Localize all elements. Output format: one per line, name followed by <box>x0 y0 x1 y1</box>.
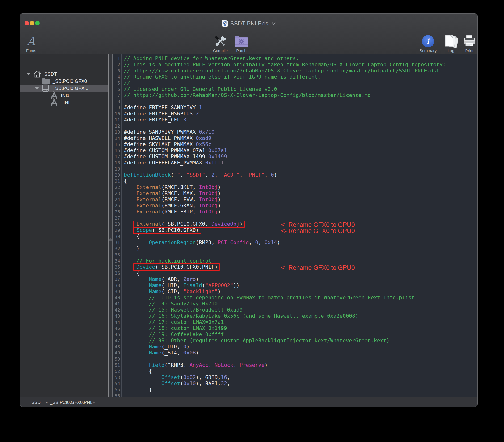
tree-row--ini[interactable]: _INI <box>20 99 108 106</box>
highlight-box <box>133 264 220 270</box>
code-line: DefinitionBlock("", "SSDT", 2, "ACDT", "… <box>124 172 277 178</box>
code-line: #define FBTYPE_HSWPLUS 2 <box>124 111 199 117</box>
highlight-box <box>133 227 201 234</box>
code-line: // 19: CoffeeLake 0xffff <box>124 331 224 337</box>
code-line: // 15: Haswell/Broadwell 0xad9 <box>124 307 243 313</box>
document-icon <box>222 19 228 28</box>
tree-row-ssdt[interactable]: SSDT <box>20 71 108 78</box>
code-line: { <box>124 233 140 239</box>
code-line: #define FBTYPE_CFL 3 <box>124 117 186 123</box>
code-line: } <box>124 387 152 393</box>
rename-annotation: <- Rename GFX0 to GPU0 <box>281 228 355 234</box>
code-line: // 14: Sandy/Ivy 0x710 <box>124 301 217 307</box>
patch-icon <box>234 35 249 48</box>
tree-row-label: _INI <box>61 99 70 106</box>
tree-row-label: SSDT <box>44 71 57 78</box>
code-line: Name(_STA, 0x0B) <box>124 350 199 356</box>
window-header: SSDT-PNLF.dsl A Fonts <box>20 14 477 54</box>
log-icon <box>444 35 458 48</box>
code-line: // 16: Skylake/KabyLake 0x56c (and some … <box>124 313 358 319</box>
code-line: #define FBTYPE_SANDYIVY 1 <box>124 105 202 111</box>
code-line: // https://raw.githubusercontent.com/Reh… <box>124 68 440 74</box>
code-line: // https://github.com/RehabMan/OS-X-Clov… <box>124 92 371 98</box>
sidebar-tree: SSDT_SB.PCI0.GFX0_SB.PCI0.GFX...INI1_INI <box>20 54 108 397</box>
tree-row-label: INI1 <box>61 92 70 99</box>
code-line: // 18: custom LMAX=0x1499 <box>124 325 227 331</box>
fonts-label: Fonts <box>26 49 36 53</box>
rename-annotation: <- Rename GFX0 to GPU0 <box>281 222 355 228</box>
disclosure-triangle[interactable] <box>26 73 31 75</box>
patch-label: Patch <box>236 49 246 53</box>
code-line: // Adding PNLF device for WhateverGreen.… <box>124 55 299 62</box>
print-icon <box>463 35 476 48</box>
breadcrumb-item[interactable]: SSDT <box>31 400 43 405</box>
disclosure-triangle[interactable] <box>35 87 39 90</box>
summary-label: Summary <box>419 49 437 53</box>
fonts-button[interactable]: A Fonts <box>21 35 41 53</box>
code-line: #define CUSTOM_PWMMAX_1499 0x1499 <box>124 154 227 160</box>
code-line: // This is a modified PNLF version origi… <box>124 62 446 68</box>
tree-row-ini1[interactable]: INI1 <box>20 92 108 99</box>
code-line: #define CUSTOM_PWMMAX_07a1 0x07a1 <box>124 147 227 154</box>
code-line: Offset(0x02), GDID,16, <box>124 374 230 380</box>
print-button[interactable]: Print <box>460 35 478 53</box>
rename-annotation: <- Rename GFX0 to GPU0 <box>281 265 355 271</box>
breadcrumb-separator-icon: ▸ <box>46 400 48 405</box>
tree-row-label: _SB.PCI0.GFX... <box>53 85 88 92</box>
code-line: { <box>124 270 140 276</box>
code-line: Field(^RMP3, AnyAcc, NoLock, Preserve) <box>124 362 268 368</box>
folder-icon <box>41 78 51 85</box>
code-line: OperationRegion(RMP3, PCI_Config, 0, 0x1… <box>124 239 280 246</box>
code-line: #define SANDYIVY_PWMMAX 0x710 <box>124 129 215 135</box>
method-icon <box>50 99 58 106</box>
code-line: External(RMCF.LEVW, IntObj) <box>124 196 221 203</box>
summary-icon: i <box>422 35 434 47</box>
compile-icon <box>213 35 228 48</box>
code-line: #define COFFEELAKE_PWMMAX 0xffff <box>124 160 224 166</box>
print-label: Print <box>465 49 474 53</box>
home-icon <box>33 71 41 78</box>
patch-button[interactable]: Patch <box>230 35 253 53</box>
summary-button[interactable]: i Summary <box>415 35 441 53</box>
code-line: Name(_UID, 0) <box>124 344 189 350</box>
code-line: // 17: custom LMAX=0x7a1 <box>124 319 224 325</box>
code-line: Offset(0x10), BAR1,32, <box>124 380 230 387</box>
code-line: #define HASWELL_PWMMAX 0xad9 <box>124 135 211 141</box>
chevron-down-icon[interactable] <box>271 21 276 26</box>
code-line: // Rename GFX0 to anything else if your … <box>124 74 321 80</box>
code-line: // <box>124 80 130 86</box>
code-line: } <box>124 246 140 252</box>
log-button[interactable]: Log <box>441 35 460 53</box>
code-line: { <box>124 368 152 374</box>
code-line: External(RMCF.GRAN, IntObj) <box>124 203 221 209</box>
code-line: Name(_ADR, Zero) <box>124 276 199 282</box>
device-icon <box>41 85 50 92</box>
title-bar[interactable]: SSDT-PNLF.dsl <box>20 19 477 28</box>
code-line: Name(_CID, "backlight") <box>124 288 221 295</box>
window-title: SSDT-PNLF.dsl <box>230 20 270 27</box>
code-line: // _UID is set depending on PWMMax to ma… <box>124 295 414 301</box>
log-label: Log <box>448 49 454 53</box>
code-line: External(RMCF.BKLT, IntObj) <box>124 184 221 190</box>
tree-row-label: _SB.PCI0.GFX0 <box>53 78 87 85</box>
code-line: External(RMCF.FBTP, IntObj) <box>124 209 221 215</box>
status-bar: SSDT▸_SB.PCI0.GFX0.PNLF <box>20 397 477 407</box>
code-editor[interactable]: 1234567891011121314151617181920212223242… <box>108 54 478 397</box>
fonts-icon: A <box>27 35 35 47</box>
breadcrumb-item[interactable]: _SB.PCI0.GFX0.PNLF <box>50 400 95 405</box>
compile-button[interactable]: Compile <box>209 35 232 53</box>
code-line: // For backlight control <box>124 258 211 264</box>
code-line: Name(_HID, EisaId("APP0002")) <box>124 282 239 288</box>
code-line: // 99: Other (requires custom AppleBackl… <box>124 337 390 344</box>
tree-row--sb-pci0-gfx-[interactable]: _SB.PCI0.GFX... <box>20 85 108 92</box>
code-line: // Licensed under GNU General Public Lic… <box>124 86 277 92</box>
content-area: SSDT_SB.PCI0.GFX0_SB.PCI0.GFX...INI1_INI… <box>20 54 477 397</box>
method-icon <box>50 92 58 99</box>
compile-label: Compile <box>213 49 228 53</box>
app-window: SSDT-PNLF.dsl A Fonts <box>20 14 478 407</box>
tree-row--sb-pci0-gfx0[interactable]: _SB.PCI0.GFX0 <box>20 78 108 85</box>
code-line: { <box>124 178 127 184</box>
code-line: #define SKYLAKE_PWMMAX 0x56c <box>124 141 211 147</box>
code-line: External(RMCF.LMAX, IntObj) <box>124 190 221 196</box>
